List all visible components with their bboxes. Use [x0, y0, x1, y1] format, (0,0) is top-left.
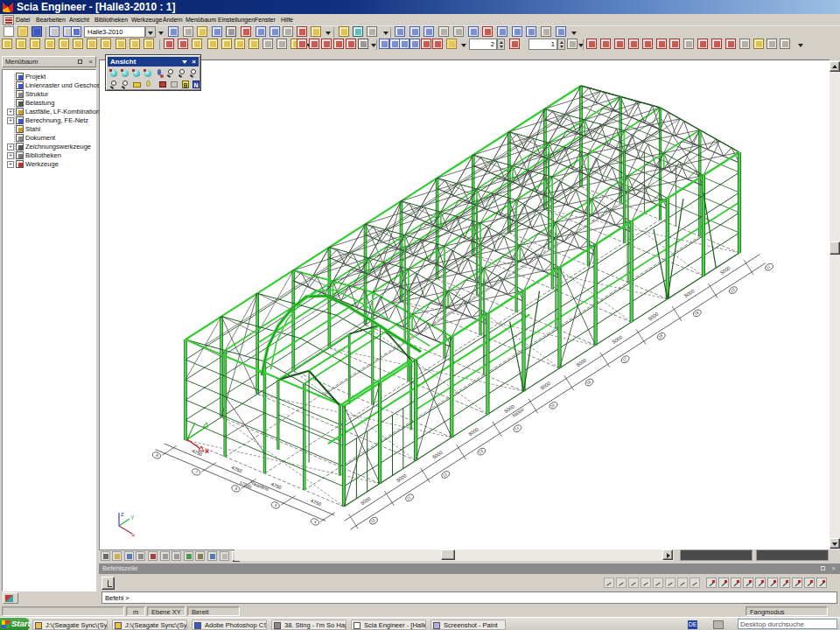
svg-text:7: 7: [195, 470, 200, 475]
svg-text:8: 8: [155, 453, 159, 458]
svg-text:z: z: [121, 511, 124, 517]
svg-text:Y: Y: [130, 514, 135, 521]
svg-text:6: 6: [234, 486, 239, 492]
svg-text:5: 5: [274, 503, 278, 508]
svg-text:4: 4: [313, 520, 318, 525]
svg-text:×: ×: [131, 531, 136, 539]
svg-text:×: ×: [205, 447, 209, 456]
